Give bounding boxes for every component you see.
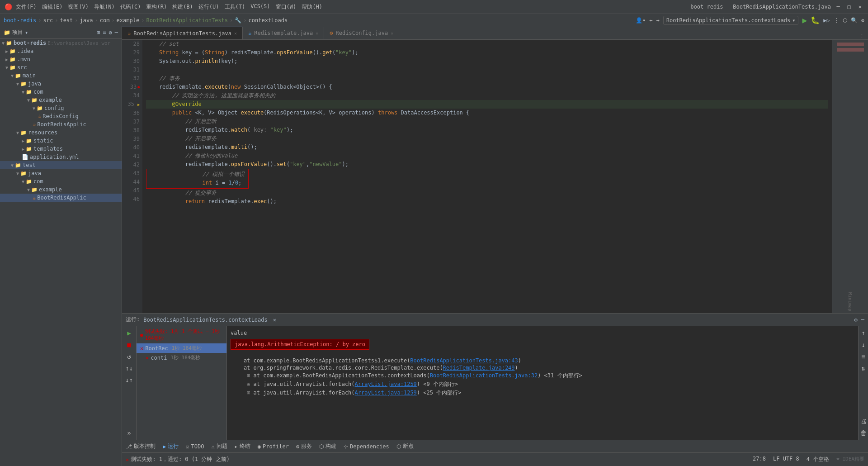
run-play-btn[interactable]: ▶ [124, 328, 134, 338]
expand-icon-3[interactable]: ⊞ [247, 372, 250, 379]
toolbar-vcs[interactable]: ⎇ 版本控制 [126, 442, 156, 450]
menu-nav[interactable]: 导航(N) [94, 3, 115, 11]
run-tree-item-1[interactable]: ✕ BootRec 1秒 184毫秒 [137, 343, 226, 353]
nav-avatar[interactable]: 👤▾ [636, 17, 646, 24]
menu-tools[interactable]: 工具(T) [225, 3, 245, 11]
tab-close-1[interactable]: ✕ [234, 31, 237, 36]
search-icon[interactable]: 🔍 [851, 17, 858, 24]
run-header-close[interactable]: ✕ [273, 317, 276, 323]
tree-bootredisapplication[interactable]: ☕ BootRedisApplic [0, 120, 122, 128]
tree-resources[interactable]: ▼ 📁 resources [0, 128, 122, 137]
menu-vcs[interactable]: VCS(S) [250, 3, 270, 11]
run-right-down[interactable]: ↓ [859, 340, 868, 350]
run-with-coverage[interactable]: ▶▷ [823, 17, 830, 24]
bread-example[interactable]: example [117, 17, 140, 24]
run-button[interactable]: ▶ [802, 15, 807, 25]
status-position[interactable]: 27:8 [753, 456, 766, 463]
run-right-up[interactable]: ↑ [859, 328, 868, 338]
tab-bar-more[interactable]: ⋮ [859, 33, 864, 39]
minimize-button[interactable]: ─ [835, 4, 842, 10]
menu-view[interactable]: 视图(V) [68, 3, 89, 11]
bread-method[interactable]: 🔧 [235, 17, 241, 24]
more-run-options[interactable]: ⋮ [834, 17, 839, 24]
run-minimize-icon[interactable]: ─ [861, 317, 864, 323]
toolbar-problems[interactable]: ⚠ 问题 [211, 442, 227, 450]
toolbar-breakpoints[interactable]: ⬡ 断点 [396, 442, 414, 450]
run-settings-icon[interactable]: ⚙ [854, 317, 858, 323]
bread-method-name[interactable]: contextLoads [249, 17, 288, 24]
run-sort-asc[interactable]: ↑↓ [124, 363, 134, 373]
bread-com[interactable]: com [100, 17, 110, 24]
settings-icon[interactable]: ⚙ [861, 17, 864, 24]
status-indent[interactable]: 4 个空格 [807, 456, 829, 463]
run-right-list[interactable]: ≡ [859, 352, 868, 361]
toolbar-todo[interactable]: ☑ TODO [186, 443, 204, 450]
sidebar-view-arrow[interactable]: ▾ [25, 29, 28, 36]
menu-window[interactable]: 窗口(W) [276, 3, 297, 11]
toolbar-build[interactable]: ⬡ 构建 [319, 442, 336, 450]
run-config-header-name[interactable]: BootRedisApplicationTests.contextLoads [143, 317, 268, 323]
tab-close-3[interactable]: ✕ [391, 31, 393, 36]
menu-refactor[interactable]: 重构(R) [146, 3, 167, 11]
tree-main-java[interactable]: ▼ 📁 java [0, 80, 122, 88]
maximize-button[interactable]: □ [845, 4, 853, 10]
nav-run-config[interactable]: BootRedisApplicationTests.contextLoads ▾ [663, 16, 799, 25]
tree-test-java[interactable]: ▼ 📁 java [0, 169, 122, 177]
tab-close-2[interactable]: ✕ [316, 31, 318, 36]
menu-bar[interactable]: 文件(F) 编辑(E) 视图(V) 导航(N) 代码(C) 重构(R) 构建(B… [16, 3, 322, 11]
menu-file[interactable]: 文件(F) [16, 3, 37, 11]
tree-test-com[interactable]: ▼ 📁 com [0, 177, 122, 185]
tree-templates[interactable]: ▶ 📁 templates [0, 145, 122, 153]
tree-src[interactable]: ▼ 📁 src [0, 63, 122, 71]
close-button[interactable]: ✕ [856, 4, 863, 10]
tree-root[interactable]: ▼ 📁 boot-redis E:\workspace\Java_wor [0, 39, 122, 47]
status-encoding[interactable]: LF UTF-8 [773, 456, 799, 463]
menu-code[interactable]: 代码(C) [120, 3, 141, 11]
run-right-sort[interactable]: ⇅ [859, 363, 868, 373]
run-right-print[interactable]: 🖨 [859, 416, 868, 426]
tree-main[interactable]: ▼ 📁 main [0, 71, 122, 80]
translate-icon[interactable]: ⬡ [843, 17, 847, 24]
run-expand[interactable]: » [124, 428, 134, 438]
tree-test-example[interactable]: ▼ 📁 example [0, 185, 122, 194]
stack-link-2[interactable]: RedisTemplate.java:249 [443, 365, 515, 371]
sidebar-gear-icon[interactable]: ⚙ [109, 29, 112, 36]
tree-config[interactable]: ▼ 📁 config [0, 104, 122, 112]
sidebar-close-icon[interactable]: ─ [115, 29, 118, 36]
expand-icon-4[interactable]: ⊞ [247, 381, 250, 387]
toolbar-services[interactable]: ⚙ 服务 [296, 442, 312, 450]
stack-link-4[interactable]: ArrayList.java:1259 [355, 381, 417, 387]
stack-link-5[interactable]: ArrayList.java:1259 [355, 390, 417, 396]
tab-redisconfig[interactable]: ⚙ RedisConfig.java ✕ [324, 27, 399, 39]
menu-build[interactable]: 构建(B) [172, 3, 193, 11]
menu-run[interactable]: 运行(U) [198, 3, 219, 11]
stack-link-3[interactable]: BootRedisApplicationTests.java:32 [430, 372, 538, 379]
bread-test[interactable]: test [60, 17, 73, 24]
run-stop-btn[interactable]: ■ [124, 340, 134, 350]
run-tree-item-2[interactable]: ✕ conti 1秒 184毫秒 [137, 353, 226, 362]
nav-forward[interactable]: → [656, 17, 659, 24]
nav-back[interactable]: ← [649, 17, 652, 24]
bread-class[interactable]: BootRedisApplicationTests [146, 17, 228, 24]
tree-static[interactable]: ▶ 📁 static [0, 137, 122, 145]
tree-test[interactable]: ▼ 📁 test [0, 161, 122, 169]
window-controls[interactable]: ─ □ ✕ [835, 4, 863, 10]
stack-link-1[interactable]: BootRedisApplicationTests.java:43 [410, 357, 518, 364]
bread-java[interactable]: java [80, 17, 93, 24]
toolbar-terminal[interactable]: ▸ 终结 [235, 442, 250, 450]
tree-redisconfig[interactable]: ☕ RedisConfig [0, 112, 122, 120]
sidebar-collapse-icon[interactable]: ≡ [103, 29, 106, 36]
bread-boot-redis[interactable]: boot-redis [4, 17, 36, 24]
tree-idea[interactable]: ▶ 📁 .idea [0, 47, 122, 55]
tree-yml[interactable]: 📄 application.yml [0, 153, 122, 161]
menu-help[interactable]: 帮助(H) [302, 3, 322, 11]
toolbar-deps[interactable]: ⊹ Dependencies [344, 443, 389, 450]
tree-main-example[interactable]: ▼ 📁 example [0, 96, 122, 104]
code-content[interactable]: // set String key = (String) redisTempla… [142, 40, 832, 313]
run-right-trash[interactable]: 🗑 [859, 428, 868, 438]
bread-src[interactable]: src [43, 17, 53, 24]
toolbar-profiler[interactable]: ◉ Profiler [258, 443, 289, 450]
sidebar-scope-icon[interactable]: ⊞ [97, 29, 100, 36]
tree-test-bootredis[interactable]: ☕ BootRedisApplic [0, 194, 122, 202]
toolbar-run[interactable]: ▶ 运行 [163, 442, 179, 450]
